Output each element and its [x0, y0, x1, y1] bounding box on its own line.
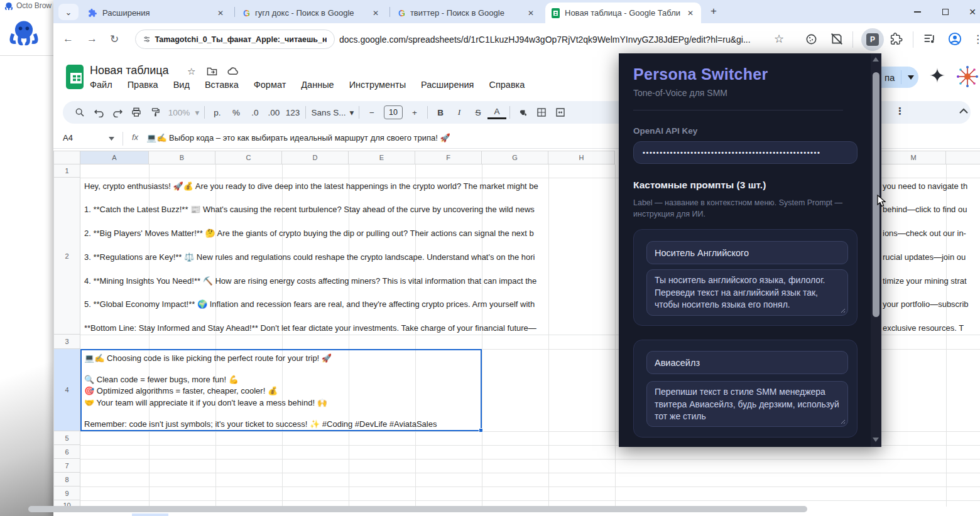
- increase-font-size-button[interactable]: +: [405, 104, 424, 121]
- prompt-label-input[interactable]: Авиасейлз: [646, 351, 848, 374]
- bold-button[interactable]: B: [431, 104, 450, 121]
- row-header-3[interactable]: 3: [53, 335, 80, 349]
- tab-twitter-search[interactable]: G твиттер - Поиск в Google ✕: [392, 3, 542, 23]
- tab-google-docs-search[interactable]: G гугл докс - Поиск в Google ✕: [237, 3, 386, 23]
- menu-format[interactable]: Формат: [254, 80, 286, 90]
- merge-cells-icon[interactable]: [551, 104, 570, 121]
- cell-A2-line[interactable]: 2. **Big Players' Moves Matter!** 🤔 Are …: [84, 228, 534, 239]
- row-header-4[interactable]: 4: [53, 349, 80, 431]
- column-header-D[interactable]: D: [282, 151, 349, 164]
- row-header-7[interactable]: 7: [53, 459, 80, 473]
- share-caret-icon[interactable]: [908, 75, 914, 80]
- menu-extensions[interactable]: Расширения: [421, 80, 474, 90]
- horizontal-scrollbar[interactable]: [28, 506, 807, 512]
- fill-color-icon[interactable]: [513, 104, 532, 121]
- fill-handle[interactable]: [479, 428, 483, 433]
- collapse-toolbar-icon[interactable]: [959, 108, 968, 114]
- column-header-H[interactable]: H: [548, 151, 615, 164]
- strikethrough-button[interactable]: S: [469, 104, 487, 121]
- tab-close-icon[interactable]: ✕: [371, 9, 380, 18]
- gemini-icon[interactable]: [930, 68, 945, 83]
- row-header-8[interactable]: 8: [53, 473, 80, 486]
- column-header-G[interactable]: G: [482, 151, 548, 164]
- minimize-button[interactable]: [905, 0, 930, 23]
- tab-extensions[interactable]: Расширения ✕: [82, 3, 231, 23]
- forward-button[interactable]: →: [87, 33, 97, 45]
- cell-A2-line[interactable]: 5. **Global Economy Impact!** 🌍 Inflatio…: [84, 299, 535, 309]
- cloud-saved-icon[interactable]: [227, 67, 239, 76]
- api-key-input[interactable]: ••••••••••••••••••••••••••••••••••••••••…: [633, 141, 858, 164]
- number-format-button[interactable]: 123: [283, 104, 302, 121]
- cell-A2-line[interactable]: 1. **Catch the Latest Buzz!** 📰 What's c…: [84, 204, 535, 215]
- select-all-corner[interactable]: [53, 151, 80, 164]
- new-tab-button[interactable]: +: [710, 5, 717, 18]
- undo-icon[interactable]: [89, 104, 108, 121]
- menu-insert[interactable]: Вставка: [205, 80, 239, 90]
- name-box-caret-icon[interactable]: [109, 137, 114, 141]
- url-text[interactable]: docs.google.com/spreadsheets/d/1rC1LkuzH…: [339, 35, 751, 45]
- prompt-system-input[interactable]: Перепиши текст в стиле SMM менеджера тви…: [646, 381, 848, 427]
- column-header-M[interactable]: M: [881, 151, 946, 164]
- spreadsheet-title[interactable]: Новая таблица: [90, 64, 169, 77]
- percent-format-button[interactable]: %: [227, 104, 246, 121]
- font-select[interactable]: Sans S...: [309, 104, 348, 121]
- decrease-font-size-button[interactable]: −: [362, 104, 381, 121]
- zoom-select[interactable]: 100%: [165, 104, 193, 121]
- sheets-logo[interactable]: [66, 65, 84, 89]
- column-header-N[interactable]: [946, 151, 980, 164]
- text-color-button[interactable]: A: [487, 105, 506, 119]
- paint-format-icon[interactable]: [146, 104, 165, 121]
- row-header-5[interactable]: 5: [53, 431, 80, 445]
- tab-new-spreadsheet[interactable]: Новая таблица - Google Табли ✕: [545, 3, 701, 23]
- star-document-icon[interactable]: ☆: [187, 66, 195, 77]
- reading-list-icon[interactable]: [923, 33, 936, 45]
- prompt-label-input[interactable]: Носитель Английского: [646, 241, 848, 264]
- scroll-down-icon[interactable]: [873, 438, 879, 442]
- bookmark-star-icon[interactable]: ☆: [774, 32, 784, 46]
- tab-close-icon[interactable]: ✕: [686, 9, 695, 18]
- tab-close-icon[interactable]: ✕: [216, 9, 225, 18]
- persona-switcher-extension-button[interactable]: P: [861, 28, 884, 51]
- decrease-decimal-button[interactable]: .0: [246, 104, 264, 121]
- column-header-A[interactable]: A: [80, 151, 149, 164]
- tab-close-icon[interactable]: ✕: [526, 9, 535, 18]
- row-header-2[interactable]: 2: [53, 178, 80, 335]
- italic-button[interactable]: I: [450, 104, 469, 121]
- increase-decimal-button[interactable]: .00: [264, 104, 283, 121]
- menu-help[interactable]: Справка: [489, 80, 525, 90]
- maximize-button[interactable]: [933, 0, 958, 23]
- currency-format-button[interactable]: р.: [208, 104, 227, 121]
- cookie-icon[interactable]: [805, 33, 817, 45]
- search-icon[interactable]: [70, 104, 89, 121]
- column-header-B[interactable]: B: [149, 151, 215, 164]
- menu-file[interactable]: Файл: [90, 80, 112, 90]
- share-button-fragment[interactable]: па: [878, 67, 918, 88]
- column-header-C[interactable]: C: [215, 151, 282, 164]
- name-box[interactable]: A4: [63, 133, 73, 142]
- cell-A2-line[interactable]: 3. **Regulations are Key!** ⚖️ New rules…: [84, 252, 535, 262]
- font-size-input[interactable]: 10: [384, 105, 403, 119]
- column-header-F[interactable]: F: [415, 151, 482, 164]
- menu-view[interactable]: Вид: [173, 80, 190, 90]
- scroll-up-icon[interactable]: [873, 57, 879, 62]
- row-header-6[interactable]: 6: [53, 445, 80, 459]
- tab-search-button[interactable]: ⌄: [58, 4, 79, 20]
- content-blocked-icon[interactable]: [830, 33, 843, 45]
- column-header-E[interactable]: E: [349, 151, 415, 164]
- borders-icon[interactable]: [532, 104, 551, 121]
- reload-button[interactable]: ↻: [110, 33, 119, 46]
- cell-A2-line[interactable]: 4. **Mining Insights You Need!** ⛏️ How …: [84, 276, 536, 286]
- back-button[interactable]: ←: [63, 33, 74, 45]
- menu-data[interactable]: Данные: [301, 80, 334, 90]
- print-icon[interactable]: [127, 104, 146, 121]
- browser-menu-icon[interactable]: ⋮: [972, 33, 980, 46]
- toolbar-more-icon[interactable]: ⋮: [895, 105, 905, 117]
- resize-handle-icon[interactable]: [839, 307, 845, 313]
- row-header-9[interactable]: 9: [53, 486, 80, 500]
- extensions-puzzle-icon[interactable]: [890, 33, 903, 45]
- redo-icon[interactable]: [108, 104, 127, 121]
- menu-edit[interactable]: Правка: [128, 80, 158, 90]
- resize-handle-icon[interactable]: [839, 418, 845, 424]
- menu-tools[interactable]: Инструменты: [349, 80, 406, 90]
- close-button[interactable]: ✕: [960, 0, 980, 23]
